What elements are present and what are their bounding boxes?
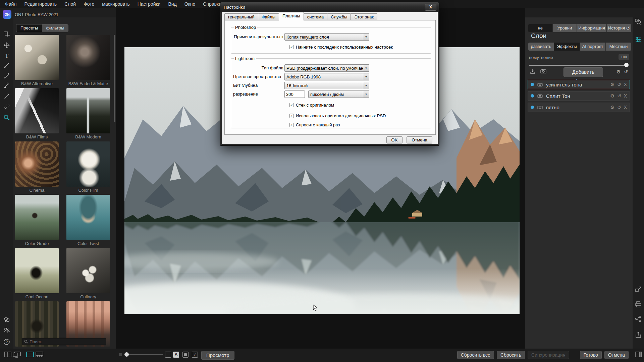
filter-enabled-dot[interactable]	[531, 83, 534, 86]
preset-thumbnail[interactable]	[66, 35, 110, 80]
done-button[interactable]: Готово	[580, 351, 602, 359]
undo-icon[interactable]: ↺	[617, 105, 621, 110]
opacity-slider[interactable]	[529, 63, 629, 67]
gear-icon[interactable]: ⚙	[610, 94, 614, 98]
preset-thumbnail[interactable]	[66, 88, 110, 133]
preset-thumbnail[interactable]	[66, 141, 110, 187]
preset-scrollbar[interactable]	[114, 35, 115, 122]
soft-proof-icon[interactable]: ✓	[192, 352, 198, 358]
text-tool-icon[interactable]: T	[3, 52, 10, 59]
ask-every-time-checkbox[interactable]: ✓	[289, 123, 294, 127]
gear-icon[interactable]: ⚙	[610, 105, 614, 110]
menu-settings[interactable]: Настройки	[138, 1, 161, 7]
preset-item[interactable]: Color Grade	[15, 195, 59, 248]
transform-tool-icon[interactable]	[3, 42, 10, 49]
preset-item[interactable]: Color Film	[66, 141, 110, 195]
close-icon[interactable]: X	[624, 94, 627, 98]
filter-enabled-dot[interactable]	[531, 94, 534, 98]
preset-thumbnail[interactable]	[66, 195, 110, 240]
crop-tool-icon[interactable]	[3, 30, 10, 37]
close-icon[interactable]: X	[624, 105, 627, 110]
preset-item[interactable]	[66, 301, 110, 355]
preset-item[interactable]: B&W Films	[15, 88, 59, 141]
sync-button[interactable]: Синхронизация	[528, 351, 569, 359]
tab-info[interactable]: Информация	[577, 24, 607, 32]
preset-thumbnail[interactable]	[15, 248, 59, 293]
sliders-icon[interactable]	[635, 36, 642, 43]
menu-layer[interactable]: Слой	[64, 1, 76, 7]
tab-services[interactable]: Службы	[327, 13, 351, 20]
menu-mask[interactable]: маскировать	[102, 1, 129, 7]
tab-local[interactable]: Местный	[606, 43, 631, 51]
export-box-icon[interactable]	[635, 331, 642, 339]
tab-system[interactable]: система	[304, 13, 327, 20]
menu-photo[interactable]: Фото	[84, 1, 94, 7]
menu-file[interactable]: Файл	[5, 1, 16, 7]
filter-row-vignette[interactable]: пятно ⚙ ↺ X	[528, 103, 630, 112]
refine-brush-icon[interactable]	[3, 82, 10, 89]
close-icon[interactable]: X	[624, 82, 627, 87]
masking-brush-icon[interactable]	[3, 62, 10, 69]
help-icon[interactable]: ?	[3, 338, 10, 346]
tab-general[interactable]: генеральный	[224, 13, 258, 20]
preview-zoom-slider-knob[interactable]	[124, 352, 129, 357]
resolution-unit-dropdown[interactable]: пикселей / дюйм ▼	[308, 90, 369, 98]
preset-item[interactable]: Cinema	[15, 141, 59, 195]
stack-original-checkbox[interactable]: ✓	[289, 103, 294, 107]
reset-button[interactable]: Сбросить	[497, 351, 525, 359]
preview-button[interactable]: Просмотр	[201, 351, 234, 360]
camera-icon[interactable]	[540, 69, 546, 75]
menu-help[interactable]: Справка	[203, 1, 221, 7]
file-type-dropdown[interactable]: PSD (поддерживает слои, по умолчанию) ▼	[284, 64, 369, 72]
preview-zoom-slider-track[interactable]	[125, 354, 163, 355]
bit-depth-dropdown[interactable]: 16-битный ▼	[284, 82, 369, 89]
filter-enabled-dot[interactable]	[531, 106, 534, 109]
search-input[interactable]	[28, 339, 106, 344]
view-zoom-tool-icon[interactable]	[3, 114, 10, 121]
gear-icon[interactable]: ⚙	[616, 69, 621, 74]
perfect-brush-icon[interactable]	[3, 72, 10, 79]
tab-presets[interactable]: Пресеты	[16, 24, 42, 32]
tab-plugins[interactable]: Плагины	[279, 12, 304, 20]
preset-thumbnail[interactable]	[15, 88, 59, 133]
resolution-input[interactable]	[284, 90, 305, 98]
preset-item[interactable]: B&W Modern	[66, 88, 110, 141]
tab-filters[interactable]: фильтры	[42, 24, 68, 32]
preset-item[interactable]: Color Twist	[66, 195, 110, 248]
filter-row-split-tone[interactable]: Сплит Тон ⚙ ↺ X	[528, 91, 630, 101]
pane-toggle-icon[interactable]	[635, 352, 642, 357]
share-icon[interactable]	[635, 315, 642, 322]
dialog-titlebar[interactable]: Настройки X	[220, 2, 439, 12]
preset-thumbnail[interactable]	[15, 195, 59, 240]
compare-a-icon[interactable]: A	[173, 352, 179, 358]
navigator-icon[interactable]	[635, 18, 642, 26]
add-filter-button[interactable]: Добавить фильтр	[564, 67, 603, 77]
tab-effects[interactable]: Эффекты	[554, 43, 580, 51]
gear-icon[interactable]: ⚙	[610, 82, 614, 87]
blur-tool-icon[interactable]	[3, 103, 10, 110]
use-original-checkbox[interactable]: ✓	[289, 114, 294, 118]
ok-button[interactable]: OK	[386, 136, 403, 143]
resize-export-icon[interactable]	[635, 286, 642, 293]
camera-icon[interactable]	[537, 94, 543, 98]
preset-thumbnail[interactable]	[66, 248, 110, 293]
camera-icon[interactable]	[537, 82, 543, 86]
palette-icon[interactable]	[3, 316, 10, 323]
preset-item[interactable]: B&W Faded & Matte	[66, 35, 110, 88]
color-space-dropdown[interactable]: Adobe RGB 1998 ▼	[284, 73, 369, 80]
undo-icon[interactable]: ↺	[624, 69, 628, 74]
undo-icon[interactable]: ↺	[617, 82, 621, 87]
filter-row-tone-enhancer[interactable]: усилитель тона ⚙ ↺ X	[528, 80, 630, 89]
opacity-slider-knob[interactable]	[624, 63, 629, 67]
tab-about[interactable]: Этот знак	[351, 13, 377, 20]
tab-files[interactable]: Файлы	[258, 13, 279, 20]
tab-develop[interactable]: развивать	[528, 43, 554, 51]
preset-item[interactable]: B&W Alternative	[15, 35, 59, 88]
apply-results-dropdown[interactable]: Копия текущего слоя ▼	[284, 33, 369, 41]
split-view-icon[interactable]	[4, 352, 11, 357]
undo-icon[interactable]: ↺	[617, 94, 621, 98]
menu-edit[interactable]: Редактировать	[24, 1, 57, 7]
export-tray-icon[interactable]	[530, 68, 536, 76]
tab-history[interactable]: История ↺	[607, 24, 631, 32]
print-icon[interactable]	[635, 301, 642, 308]
